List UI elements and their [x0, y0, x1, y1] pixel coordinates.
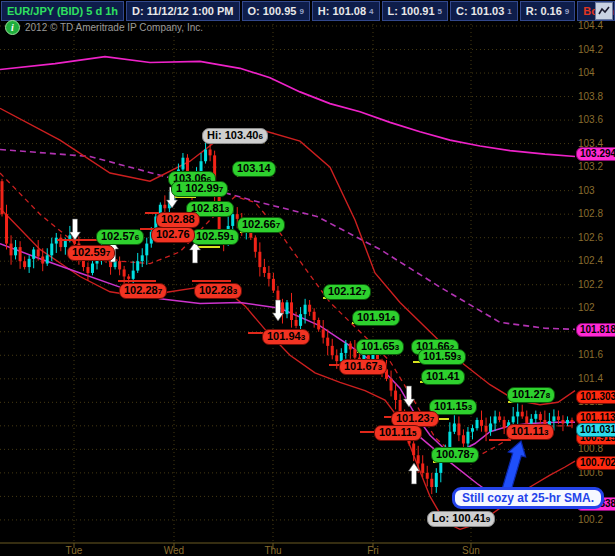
ohlc-close: C:101.031 [450, 1, 518, 21]
candle [41, 256, 44, 263]
ohlc-high: H:101.084 [312, 1, 380, 21]
candle [96, 255, 99, 263]
candle [435, 473, 438, 487]
candle [381, 361, 384, 369]
ohlc-open: O:100.959 [242, 1, 310, 21]
candle [37, 249, 40, 256]
ohlc-range: R:0.169 [520, 1, 575, 21]
candle [462, 435, 465, 443]
candle [566, 420, 569, 424]
candle [227, 226, 230, 244]
candle [571, 420, 574, 422]
candle [317, 320, 320, 329]
info-icon[interactable]: i [5, 20, 20, 35]
candle [471, 428, 474, 432]
candle [240, 219, 243, 232]
symbol-timeframe[interactable]: EUR/JPY (BID) 5 d 1h [1, 1, 124, 21]
candle [557, 416, 560, 420]
candle [123, 269, 126, 276]
candle [82, 255, 85, 267]
candle [394, 391, 397, 400]
candle [457, 423, 460, 435]
candle [516, 412, 519, 417]
candle [209, 149, 212, 155]
candle [331, 346, 334, 355]
candle [358, 358, 361, 365]
copyright-row: i 2012 © TD Ameritrade IP Company, Inc. [5, 20, 203, 35]
candle [561, 420, 564, 424]
candle [476, 420, 479, 428]
candle [376, 353, 379, 361]
candle [222, 232, 225, 244]
candle [507, 422, 510, 428]
sma-fast-magenta [0, 244, 575, 452]
candle [421, 463, 424, 472]
candle [263, 267, 266, 273]
candle [254, 238, 257, 252]
candle [281, 302, 284, 314]
candle [245, 226, 248, 232]
candle [299, 314, 302, 326]
candle [412, 443, 415, 455]
candle [426, 473, 429, 479]
candle [534, 414, 537, 419]
candle [32, 249, 35, 258]
candle [453, 423, 456, 431]
candle [50, 244, 53, 256]
chart-style-button[interactable] [595, 2, 613, 20]
candle [136, 261, 139, 270]
candle [539, 414, 542, 420]
ohlc-date: D:11/12/12 1:00 PM [126, 1, 239, 21]
candle [150, 232, 153, 244]
candle [439, 459, 442, 473]
candle [200, 161, 203, 176]
candle [353, 349, 356, 357]
candle [10, 244, 13, 256]
candle [390, 379, 393, 391]
candle [308, 305, 311, 312]
candle [236, 214, 239, 219]
chart-line-icon [598, 5, 610, 17]
candle [86, 267, 89, 273]
candle [494, 416, 497, 423]
candle [218, 197, 221, 232]
candle [64, 240, 67, 247]
candle [313, 312, 316, 320]
candle [5, 214, 8, 243]
candle [28, 259, 31, 267]
candle [177, 169, 180, 184]
candle [46, 255, 49, 263]
candle [322, 329, 325, 337]
candle [213, 155, 216, 196]
price-chart-canvas[interactable] [0, 0, 615, 556]
candle [141, 255, 144, 261]
candle [552, 416, 555, 421]
trading-chart-window: EUR/JPY (BID) 5 d 1h D:11/12/12 1:00 PM … [0, 0, 615, 556]
candle [272, 279, 275, 291]
candle [295, 320, 298, 326]
candle [191, 179, 194, 191]
candle [1, 181, 4, 214]
candle [118, 261, 121, 269]
candle [525, 416, 528, 423]
candle [344, 344, 347, 353]
user-note-callout[interactable]: Still cozy at 25-hr SMA. [452, 487, 604, 509]
candle [512, 416, 515, 422]
candle [100, 249, 103, 255]
bb-upper [0, 108, 575, 404]
candle [498, 416, 501, 420]
ohlc-low: L:100.915 [382, 1, 449, 21]
candle [258, 252, 261, 267]
sma-long-pink [0, 57, 575, 157]
candle [154, 217, 157, 232]
candle [105, 249, 108, 258]
copyright-text: 2012 © TD Ameritrade IP Company, Inc. [25, 22, 203, 33]
candle [304, 305, 307, 314]
candle [444, 447, 447, 459]
candle [489, 423, 492, 431]
candle [340, 353, 343, 361]
candle [286, 302, 289, 314]
candle [91, 264, 94, 273]
candle [417, 455, 420, 463]
candle [145, 244, 148, 256]
